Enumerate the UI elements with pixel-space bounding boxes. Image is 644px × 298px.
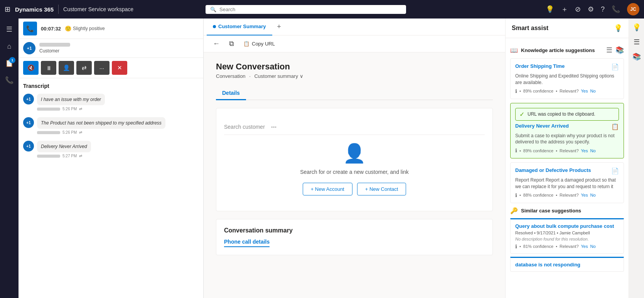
- case-meta-1: Resolved • 9/17/2021 • Jamie Campbell: [515, 231, 619, 235]
- customer-name-placeholder: [39, 43, 70, 47]
- sidebar-item-home[interactable]: ⌂: [2, 39, 17, 54]
- transcript-message-1: +1 I have an issue with my order 5:26 PM…: [23, 94, 199, 111]
- list-side-icon[interactable]: ☰: [634, 38, 640, 46]
- settings-icon[interactable]: ⚙: [588, 5, 594, 13]
- message-avatar-1: +1: [23, 94, 34, 104]
- info-icon-1: ℹ: [515, 88, 517, 94]
- phone-icon[interactable]: 📞: [612, 5, 620, 13]
- sentiment-label: Slightly positive: [73, 26, 105, 31]
- suggestion-title-2[interactable]: Delivery Never Arrived: [515, 123, 608, 129]
- phone-details-tab[interactable]: Phone call details: [224, 239, 270, 247]
- conv-summary-title: Conversation summary: [224, 227, 485, 234]
- smart-assist-lightbulb-button[interactable]: 💡: [614, 24, 622, 32]
- knowledge-list-toggle[interactable]: ☰: [606, 46, 612, 54]
- yes-button-2[interactable]: Yes: [581, 148, 588, 153]
- search-hint: Search for or create a new customer, and…: [300, 169, 409, 175]
- case-yes-1[interactable]: Yes: [581, 244, 588, 249]
- user-avatar[interactable]: JC: [627, 3, 639, 15]
- no-button-3[interactable]: No: [590, 193, 596, 197]
- phone-call-icon: 📞: [23, 22, 37, 35]
- main-panel: Customer Summary + ← ⧉ 📋 Copy URL New Co…: [204, 19, 505, 298]
- search-bar[interactable]: 🔍: [206, 5, 406, 14]
- suggestion-header-3: Damaged or Defective Products 📄: [515, 167, 619, 175]
- check-icon: ✓: [519, 111, 524, 118]
- details-tab[interactable]: Details: [216, 87, 246, 100]
- book-side-icon[interactable]: 📚: [632, 52, 641, 61]
- message-text-2: The Product has not been shipped to my s…: [37, 117, 165, 129]
- translate-icon-3[interactable]: ⇌: [79, 154, 82, 158]
- info-icon-3: ℹ: [515, 192, 517, 198]
- suggestion-footer-3: ℹ • 88% confidence • Relevant? Yes No: [515, 192, 619, 198]
- knowledge-book-toggle[interactable]: 📚: [615, 46, 624, 54]
- customer-search-bar[interactable]: Search customer ---: [224, 124, 485, 135]
- case-info-icon-1: ℹ: [515, 244, 517, 249]
- yes-button-3[interactable]: Yes: [581, 193, 588, 197]
- search-input[interactable]: [219, 7, 401, 12]
- sidebar-item-menu[interactable]: ☰: [2, 22, 17, 37]
- suggestion-save-2[interactable]: 📋: [611, 123, 619, 130]
- no-button-2[interactable]: No: [590, 148, 596, 153]
- mute-button[interactable]: 🔇: [23, 61, 39, 75]
- lightbulb-icon[interactable]: 💡: [546, 5, 554, 13]
- tabs-bar: Customer Summary +: [204, 19, 505, 35]
- filter-icon[interactable]: ⊘: [575, 5, 581, 13]
- case-title-2[interactable]: database is not responding: [515, 262, 619, 268]
- workspace-label: Customer Service workspace: [63, 6, 133, 12]
- breadcrumb-summary: Customer summary ∨: [254, 73, 303, 79]
- consult-button[interactable]: ⇄: [76, 61, 92, 75]
- add-icon[interactable]: ＋: [561, 5, 568, 14]
- suggestion-card-2: ✓ URL was copied to the clipboard. Deliv…: [510, 103, 624, 159]
- relevant-label-1: Relevant?: [560, 89, 579, 93]
- suggestion-footer-2: ℹ • 89% confidence • Relevant? Yes No: [515, 148, 619, 153]
- message-meta-3: 5:27 PM ⇌: [37, 154, 91, 158]
- book-icon: 📖: [510, 47, 518, 54]
- nav-divider: [58, 5, 59, 14]
- suggestion-footer-1: ℹ • 89% confidence • Relevant? Yes No: [515, 88, 619, 94]
- tab-customer-summary[interactable]: Customer Summary: [207, 19, 272, 35]
- transcript-section: Transcript +1 I have an issue with my or…: [19, 78, 203, 298]
- main-layout: ☰ ⌂ 📋 1 📞 📞 00:07:32 🙂 Slightly positive…: [0, 19, 644, 298]
- no-button-1[interactable]: No: [590, 89, 596, 93]
- case-no-1[interactable]: No: [590, 244, 596, 249]
- nav-actions: 💡 ＋ ⊘ ⚙ ? 📞 JC: [546, 3, 639, 15]
- suggestion-save-3[interactable]: 📄: [611, 167, 619, 175]
- translate-icon-2[interactable]: ⇌: [79, 130, 82, 135]
- smart-assist-body: 📖 Knowledge article suggestions ☰ 📚 Orde…: [506, 38, 629, 298]
- copy-url-button[interactable]: 📋 Copy URL: [240, 39, 278, 48]
- breadcrumb-dropdown-icon[interactable]: ∨: [300, 73, 303, 79]
- translate-icon-1[interactable]: ⇌: [79, 107, 82, 111]
- add-tab-button[interactable]: +: [274, 22, 285, 32]
- suggestion-title-3[interactable]: Damaged or Defective Products: [515, 167, 608, 173]
- confidence-3: 88% confidence: [523, 193, 553, 197]
- copy-icon: 📋: [243, 41, 250, 47]
- suggestion-save-1[interactable]: 📄: [611, 63, 619, 71]
- grid-icon[interactable]: ⊞: [5, 5, 10, 13]
- case-card-1: Query about bulk compute purchase cost R…: [510, 218, 624, 254]
- breadcrumb-conv[interactable]: Conversation: [216, 73, 246, 79]
- customer-avatar: +1: [23, 42, 35, 54]
- popout-button[interactable]: ⧉: [226, 38, 237, 49]
- new-account-button[interactable]: + New Account: [303, 183, 352, 195]
- help-icon[interactable]: ?: [601, 5, 605, 13]
- back-button[interactable]: ←: [210, 38, 223, 49]
- more-button[interactable]: ···: [94, 61, 110, 75]
- sidebar-item-inbox[interactable]: 📋 1: [2, 56, 17, 71]
- yes-button-1[interactable]: Yes: [581, 89, 588, 93]
- smart-assist-header: Smart assist 💡: [506, 19, 629, 38]
- suggestion-card-1: Order Shipping Time 📄 Online Shipping an…: [510, 58, 624, 99]
- lightbulb-side-icon[interactable]: 💡: [632, 23, 641, 32]
- sidebar-item-phone[interactable]: 📞: [2, 72, 17, 88]
- app-logo: Dynamics 365: [15, 6, 54, 13]
- customer-row: +1 Customer: [19, 39, 203, 58]
- hold-button[interactable]: ⏸: [41, 61, 56, 75]
- case-title-1[interactable]: Query about bulk compute purchase cost: [515, 223, 619, 229]
- suggestion-title-1[interactable]: Order Shipping Time: [515, 63, 608, 69]
- app-name: Dynamics 365: [15, 6, 54, 13]
- message-avatar-2: +1: [23, 117, 34, 128]
- message-text-1: I have an issue with my order: [37, 94, 105, 105]
- transfer-button[interactable]: 👤: [59, 61, 74, 75]
- call-timer: 00:07:32: [41, 26, 61, 32]
- bullet-2: •: [556, 89, 557, 93]
- new-contact-button[interactable]: + New Contact: [357, 183, 406, 195]
- end-call-button[interactable]: ✕: [112, 61, 127, 75]
